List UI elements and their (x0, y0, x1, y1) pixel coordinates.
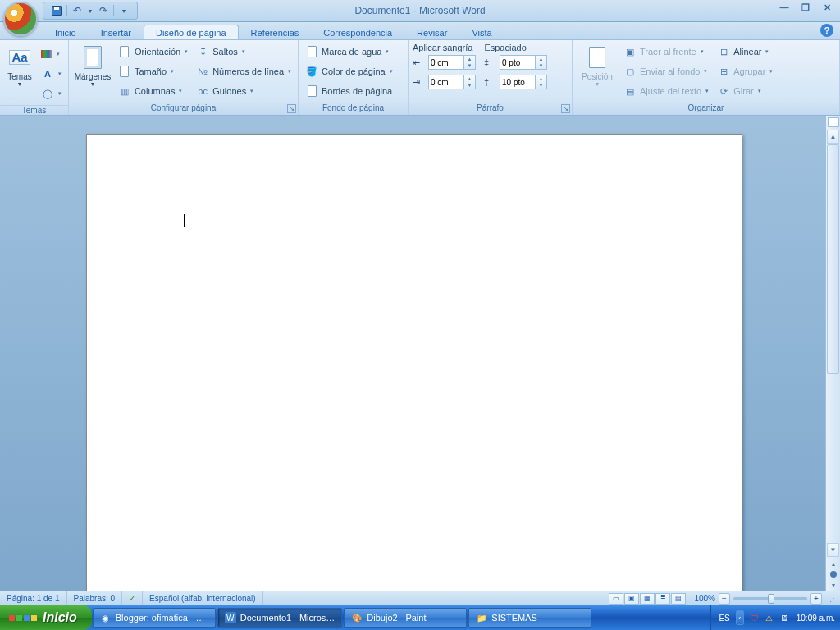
vertical-scrollbar[interactable]: ▲ ▼ ▴ ▾ (825, 116, 840, 591)
orientacion-button[interactable]: Orientación▾ (116, 43, 190, 61)
language-indicator[interactable]: ES (716, 614, 732, 623)
proofing-icon: ✓ (129, 594, 135, 603)
taskbar-item-word[interactable]: WDocumento1 - Micros… (217, 608, 343, 628)
tray-clock[interactable]: 10:09 a.m. (793, 614, 835, 623)
tray-expand-icon[interactable]: ‹ (736, 610, 744, 625)
start-button[interactable]: Inicio (0, 605, 92, 630)
save-icon[interactable] (50, 4, 63, 17)
group-label-configurar: Configurar página↘ (69, 103, 298, 115)
esp-antes-input[interactable] (500, 55, 536, 70)
spin-up-icon[interactable]: ▲ (536, 56, 546, 62)
align-icon: ⊟ (717, 45, 730, 58)
zoom-slider[interactable] (733, 597, 807, 600)
taskbar-item-sistemas[interactable]: 📁SISTEMAS (468, 608, 591, 628)
color-pagina-button[interactable]: 🪣Color de página▾ (303, 62, 395, 80)
tab-referencias[interactable]: Referencias (239, 25, 312, 39)
scroll-track[interactable] (826, 144, 840, 542)
sangria-izq-input[interactable] (428, 55, 464, 70)
spin-down-icon[interactable]: ▼ (464, 82, 475, 89)
taskbar-item-paint[interactable]: 🎨Dibujo2 - Paint (344, 608, 467, 628)
spin-down-icon[interactable]: ▼ (536, 82, 546, 89)
tab-diseno-pagina[interactable]: Diseño de página (144, 25, 239, 39)
window-controls: — ❐ ✕ (776, 2, 835, 13)
bordes-pagina-button[interactable]: Bordes de página (303, 82, 395, 100)
qat-customize-icon[interactable]: ▼ (117, 4, 130, 17)
esp-despues-spinner[interactable]: ▲▼ (500, 74, 547, 90)
status-language[interactable]: Español (alfab. internacional) (143, 591, 263, 605)
ruler-toggle-button[interactable] (828, 117, 839, 127)
redo-icon[interactable]: ↷ (97, 4, 110, 17)
sangria-der-spinner[interactable]: ▲▼ (428, 74, 476, 90)
office-button[interactable] (3, 2, 38, 36)
tab-insertar[interactable]: Insertar (89, 25, 144, 39)
sangria-der-input[interactable] (428, 75, 464, 89)
esp-antes-spinner[interactable]: ▲▼ (500, 54, 547, 71)
resize-grip-icon[interactable]: ⋰ (827, 594, 840, 603)
document-viewport[interactable] (0, 116, 825, 591)
line-numbers-icon: № (196, 65, 209, 78)
scroll-up-button[interactable]: ▲ (827, 130, 839, 144)
view-print-layout-button[interactable]: ▭ (609, 593, 623, 605)
size-icon (118, 65, 131, 78)
zoom-out-button[interactable]: − (719, 593, 730, 605)
spin-up-icon[interactable]: ▲ (464, 56, 475, 62)
view-web-button[interactable]: ▦ (640, 593, 655, 605)
document-page[interactable] (86, 134, 742, 591)
taskbar: Inicio ◉Blogger: ofimatica - … WDocument… (0, 605, 840, 630)
scroll-down-button[interactable]: ▼ (827, 543, 839, 557)
undo-icon[interactable]: ↶ (71, 4, 84, 17)
indent-right-icon: ⇥ (413, 77, 426, 88)
close-button[interactable]: ✕ (819, 2, 835, 13)
columnas-button[interactable]: ▥Columnas▾ (116, 82, 190, 100)
view-draft-button[interactable]: ▤ (671, 593, 686, 605)
spin-up-icon[interactable]: ▲ (536, 75, 546, 82)
spin-down-icon[interactable]: ▼ (536, 62, 546, 69)
esp-despues-input[interactable] (500, 75, 536, 89)
tray-shield-icon[interactable]: 🛡 (749, 612, 760, 623)
tray-network-icon[interactable]: 🖥 (778, 612, 790, 623)
browse-object-button[interactable] (830, 571, 837, 578)
alinear-button[interactable]: ⊟Alinear▾ (714, 43, 775, 61)
spin-up-icon[interactable]: ▲ (464, 75, 475, 82)
tab-revisar[interactable]: Revisar (404, 25, 459, 39)
zoom-handle[interactable] (768, 594, 774, 604)
guiones-button[interactable]: bcGuiones▾ (194, 82, 294, 100)
status-page[interactable]: Página: 1 de 1 (0, 591, 67, 605)
undo-dropdown-icon[interactable]: ▼ (87, 4, 94, 17)
prev-page-button[interactable]: ▴ (826, 558, 840, 569)
numeros-linea-button[interactable]: №Números de línea▾ (194, 62, 294, 80)
taskbar-item-blogger[interactable]: ◉Blogger: ofimatica - … (93, 608, 216, 628)
tab-vista[interactable]: Vista (459, 25, 504, 39)
zoom-in-button[interactable]: + (810, 593, 822, 605)
saltos-button[interactable]: ↧Saltos▾ (194, 43, 294, 61)
agrupar-button: ⊞Agrupar▾ (714, 62, 775, 80)
dialog-launcher-icon[interactable]: ↘ (561, 104, 570, 113)
marca-agua-button[interactable]: Marca de agua▾ (303, 43, 395, 61)
zoom-label[interactable]: 100% (694, 594, 715, 603)
group-icon: ⊞ (717, 65, 730, 78)
qat-separator (113, 5, 114, 16)
next-page-button[interactable]: ▾ (826, 579, 840, 591)
theme-fonts-button[interactable]: A▾ (39, 65, 64, 83)
temas-button[interactable]: Aa Temas ▼ (4, 43, 35, 88)
tamano-button[interactable]: Tamaño▾ (116, 62, 190, 80)
view-full-screen-button[interactable]: ▣ (624, 593, 639, 605)
traer-frente-button: ▣Traer al frente▾ (621, 43, 711, 61)
scroll-thumb[interactable] (827, 144, 839, 374)
spin-down-icon[interactable]: ▼ (464, 62, 475, 69)
tab-correspondencia[interactable]: Correspondencia (311, 25, 404, 39)
view-outline-button[interactable]: ≣ (655, 593, 670, 605)
restore-button[interactable]: ❐ (797, 2, 814, 13)
minimize-button[interactable]: — (776, 2, 792, 13)
status-proofing[interactable]: ✓ (122, 591, 143, 605)
help-icon[interactable]: ? (820, 24, 833, 37)
dialog-launcher-icon[interactable]: ↘ (287, 104, 296, 113)
theme-colors-button[interactable]: ▾ (39, 45, 64, 63)
theme-effects-button[interactable]: ◯▾ (39, 84, 64, 103)
tray-alert-icon[interactable]: ⚠ (764, 612, 775, 623)
sangria-izq-spinner[interactable]: ▲▼ (428, 54, 476, 71)
margenes-button[interactable]: Márgenes ▼ (73, 43, 112, 88)
status-words[interactable]: Palabras: 0 (67, 591, 123, 605)
columns-icon: ▥ (118, 84, 131, 98)
tab-inicio[interactable]: Inicio (43, 25, 89, 39)
